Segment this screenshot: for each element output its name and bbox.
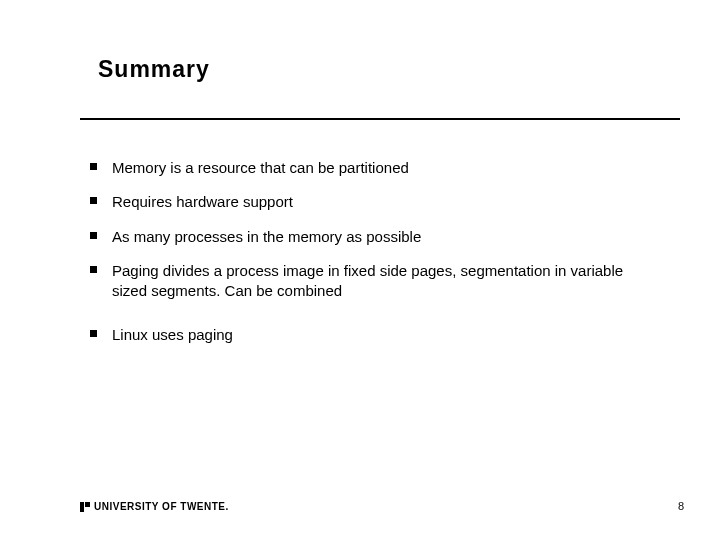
- list-item: Requires hardware support: [90, 192, 650, 212]
- content-area: Memory is a resource that can be partiti…: [90, 158, 650, 360]
- slide-title: Summary: [98, 56, 210, 83]
- page-number: 8: [678, 500, 684, 512]
- university-logo: UNIVERSITY OF TWENTE.: [80, 501, 229, 512]
- list-item: Linux uses paging: [90, 325, 650, 345]
- logo-mark-icon: [80, 502, 90, 512]
- list-item: Memory is a resource that can be partiti…: [90, 158, 650, 178]
- list-item: As many processes in the memory as possi…: [90, 227, 650, 247]
- slide: Summary Memory is a resource that can be…: [0, 0, 720, 540]
- footer-text: UNIVERSITY OF TWENTE.: [94, 501, 229, 512]
- bullet-list: Memory is a resource that can be partiti…: [90, 158, 650, 346]
- title-divider: [80, 118, 680, 120]
- list-item: Paging divides a process image in fixed …: [90, 261, 650, 302]
